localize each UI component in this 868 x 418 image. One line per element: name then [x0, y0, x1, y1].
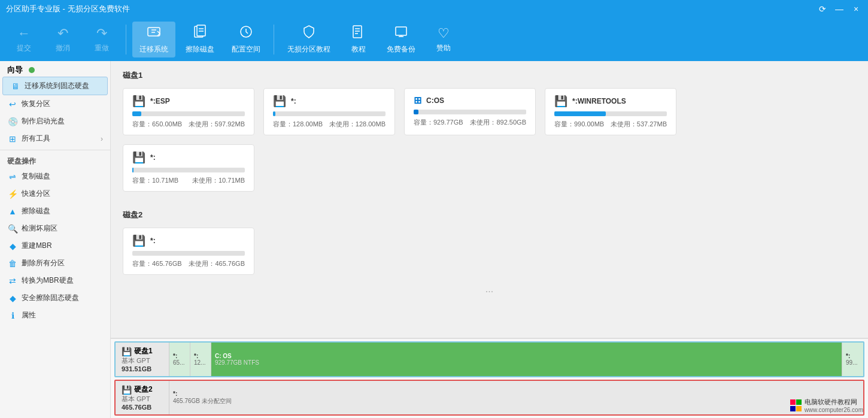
sidebar-item-copy-disk[interactable]: ⇌ 复制磁盘: [0, 168, 110, 185]
toolbar-clone[interactable]: 擦除磁盘: [178, 22, 221, 57]
disk2-section: 磁盘2 💾 *: 容量：465.76GB 未使用：465.76GB: [111, 201, 868, 284]
partition-cos[interactable]: ⊞ C:OS 容量：929.77GB 未使用：892.50GB: [404, 88, 536, 135]
disk2-title: 磁盘2: [123, 210, 856, 220]
unnamed1-bar-container: [273, 111, 386, 116]
disk2-drive-icon: 💾: [122, 385, 132, 395]
toolbar-nondestructive-label: 无损分区教程: [287, 44, 330, 54]
cos-info: 容量：929.77GB 未使用：892.50GB: [414, 118, 526, 127]
disk1-seg-winre-name: *:: [846, 353, 860, 359]
unnamed2-free: 未使用：10.71MB: [192, 176, 245, 185]
cos-free: 未使用：892.50GB: [470, 118, 526, 127]
disk2-seg-unalloc-info: 465.76GB 未分配空间: [173, 397, 860, 405]
close-btn[interactable]: ×: [850, 4, 862, 14]
sidebar-item-boot-disk[interactable]: 💿 制作启动光盘: [0, 113, 110, 130]
toolbar-migrate[interactable]: 迁移系统: [132, 22, 175, 57]
toolbar-redo[interactable]: ↷ 重做: [84, 23, 120, 56]
disk1-title: 磁盘1: [123, 70, 856, 81]
disk-bars-container: 💾 硬盘1 基本 GPT 931.51GB *: 65... *: 12...: [111, 338, 868, 418]
toolbar-undo[interactable]: ↶ 撤消: [45, 23, 81, 56]
disk1-seg-ms-name: *:: [194, 353, 207, 359]
sidebar-item-wipe-disk[interactable]: ▲ 擦除磁盘: [0, 202, 110, 220]
disk1-bar-row[interactable]: 💾 硬盘1 基本 GPT 931.51GB *: 65... *: 12...: [114, 341, 864, 377]
toolbar-nondestructive[interactable]: 无损分区教程: [280, 22, 338, 57]
cos-capacity: 容量：929.77GB: [414, 118, 463, 127]
delete-all-icon: 🗑: [7, 259, 18, 268]
secure-wipe-icon: ◆: [7, 293, 18, 303]
winretools-free: 未使用：537.27MB: [611, 120, 667, 129]
sidebar-item-properties[interactable]: ℹ 属性: [0, 307, 110, 324]
unnamed3-bar-container: [132, 251, 245, 256]
toolbar-backup[interactable]: 免费备份: [380, 22, 423, 57]
disk2-bar-row[interactable]: 💾 硬盘2 基本 GPT 465.76GB *: 465.76GB 未分配空间: [114, 380, 864, 416]
sidebar-rebuild-mbr-label: 重建MBR: [22, 241, 52, 251]
cos-bar-container: [414, 110, 526, 114]
sidebar-item-rebuild-mbr[interactable]: ◆ 重建MBR: [0, 237, 110, 255]
sidebar-item-restore[interactable]: ↩ 恢复分区: [0, 95, 110, 113]
winretools-icon: 💾: [554, 95, 567, 108]
sidebar-item-delete-all[interactable]: 🗑 删除所有分区: [0, 255, 110, 272]
sidebar-item-all-tools[interactable]: ⊞ 所有工具 ›: [0, 130, 110, 147]
winretools-capacity: 容量：990.00MB: [554, 120, 604, 129]
disk1-seg-cos-info: 929.77GB NTFS: [215, 359, 838, 366]
sidebar-item-secure-wipe[interactable]: ◆ 安全擦除固态硬盘: [0, 289, 110, 307]
toolbar-tutorial[interactable]: 教程: [341, 22, 377, 57]
redo-icon: ↷: [96, 26, 107, 41]
disk1-bar-label: 💾 硬盘1 基本 GPT 931.51GB: [116, 343, 169, 376]
partition-winretools[interactable]: 💾 *:WINRETOOLS 容量：990.00MB 未使用：537.27MB: [545, 88, 676, 135]
disk1-seg-esp[interactable]: *: 65...: [169, 343, 190, 376]
sidebar-wipe-disk-label: 擦除磁盘: [22, 206, 50, 216]
cos-bar: [414, 110, 418, 114]
guide-dot: [29, 67, 35, 73]
watermark-line2: www.computer26.com: [805, 407, 863, 413]
partition-unnamed2[interactable]: 💾 *: 容量：10.71MB 未使用：10.71MB: [123, 144, 254, 192]
windows-logo: [790, 399, 802, 411]
toolbar-back[interactable]: ← 提交: [6, 23, 42, 56]
unnamed1-info: 容量：128.00MB 未使用：128.00MB: [273, 120, 386, 129]
unnamed3-info: 容量：465.76GB 未使用：465.76GB: [132, 259, 245, 268]
esp-capacity: 容量：650.00MB: [132, 120, 182, 129]
unnamed1-bar: [273, 111, 275, 116]
sidebar-item-convert-mbr[interactable]: ⇄ 转换为MBR硬盘: [0, 272, 110, 289]
toolbar-help[interactable]: ♡ 赞助: [426, 23, 462, 56]
partition-unnamed3[interactable]: 💾 *: 容量：465.76GB 未使用：465.76GB: [123, 228, 254, 275]
partition-esp[interactable]: 💾 *:ESP 容量：650.00MB 未使用：597.92MB: [123, 88, 254, 135]
minimize-btn[interactable]: —: [833, 4, 845, 14]
sidebar-copy-disk-label: 复制磁盘: [22, 171, 50, 181]
disk1-seg-ms-info: 12...: [194, 359, 207, 366]
toolbar-space[interactable]: 配置空间: [224, 22, 268, 57]
properties-icon: ℹ: [7, 311, 18, 320]
unnamed2-info: 容量：10.71MB 未使用：10.71MB: [132, 176, 245, 185]
disk1-segments: *: 65... *: 12... C: OS 929.77GB NTFS *:: [169, 343, 863, 376]
disk1-seg-ms[interactable]: *: 12...: [190, 343, 211, 376]
watermark-line1: 电脑软硬件教程网: [805, 398, 863, 407]
disk1-seg-esp-info: 65...: [173, 359, 186, 366]
unnamed2-header: 💾 *:: [132, 151, 245, 164]
toolbar-sep1: [126, 25, 126, 54]
convert-mbr-icon: ⇄: [7, 276, 18, 286]
refresh-btn[interactable]: ⟳: [817, 4, 828, 14]
unnamed1-header: 💾 *:: [273, 95, 386, 108]
disk1-seg-winre[interactable]: *: 99...: [842, 343, 863, 376]
nondestructive-icon: [302, 25, 316, 43]
disk1-partitions: 💾 *:ESP 容量：650.00MB 未使用：597.92MB: [123, 88, 856, 135]
title-bar: 分区助手专业版 - 无损分区免费软件 ⟳ — ×: [0, 0, 868, 18]
disk2-seg-unalloc[interactable]: *: 465.76GB 未分配空间: [169, 381, 863, 414]
disk2-bar-label: 💾 硬盘2 基本 GPT 465.76GB: [116, 381, 169, 414]
clone-icon: [193, 25, 207, 43]
arrow-icon: ›: [101, 135, 103, 143]
disk1-seg-cos[interactable]: C: OS 929.77GB NTFS: [211, 343, 842, 376]
disk1-drive-icon: 💾: [122, 347, 132, 356]
sidebar-item-quick-part[interactable]: ⚡ 快速分区: [0, 185, 110, 202]
unnamed3-capacity: 容量：465.76GB: [132, 259, 182, 268]
toolbar-space-label: 配置空间: [232, 44, 260, 54]
esp-header: 💾 *:ESP: [132, 95, 245, 108]
toolbar-clone-label: 擦除磁盘: [186, 44, 214, 54]
sidebar-item-migrate-sys[interactable]: 🖥 迁移系统到固态硬盘: [2, 77, 108, 95]
disk1-size: 931.51GB: [122, 365, 163, 372]
disk-ops-header: 硬盘操作: [0, 153, 110, 168]
wipe-disk-icon: ▲: [7, 207, 18, 216]
winretools-label: *:WINRETOOLS: [572, 97, 626, 105]
partition-unnamed1[interactable]: 💾 *: 容量：128.00MB 未使用：128.00MB: [263, 88, 395, 135]
unnamed1-capacity: 容量：128.00MB: [273, 120, 323, 129]
sidebar-item-check-bad[interactable]: 🔍 检测坏扇区: [0, 220, 110, 237]
